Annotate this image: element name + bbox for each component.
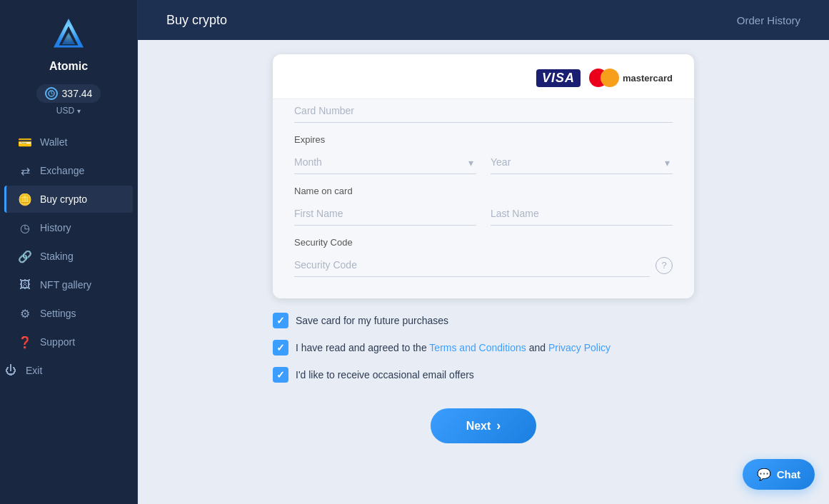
name-on-card-section: Name on card [294,186,673,226]
balance-icon [45,87,58,100]
email-offers-checkbox[interactable]: ✓ [273,367,288,383]
exit-icon: ⏻ [4,364,17,377]
mastercard-text: mastercard [623,73,673,84]
name-row [294,202,673,226]
security-code-input[interactable] [294,253,650,277]
support-icon: ❓ [19,336,31,348]
terms-checkbox[interactable]: ✓ [273,340,288,356]
year-select-wrapper: Year 2024 2025 2026 2027 2028 2029 2030 … [491,151,673,174]
currency-selector[interactable]: USD ▾ [56,106,81,116]
buy-crypto-icon: 🪙 [19,193,31,206]
email-offers-text: I'd like to receive occasional email off… [296,369,474,380]
card-number-input[interactable] [294,99,673,123]
chat-button[interactable]: 💬 Chat [743,459,815,490]
card-form-container: VISA mastercard Expires [273,54,694,298]
card-form-body: Expires Month 01 02 03 04 05 06 0 [273,99,694,298]
checkmark-icon: ✓ [276,315,285,326]
sidebar-item-label: Support [40,336,75,348]
security-help-icon[interactable]: ? [655,257,673,274]
card-form-header: VISA mastercard [273,54,694,99]
sidebar-item-support[interactable]: ❓ Support [4,328,133,356]
exchange-icon: ⇄ [19,164,31,177]
content-area: VISA mastercard Expires [138,40,829,504]
sidebar-item-label: Settings [40,308,76,319]
expires-row: Month 01 02 03 04 05 06 07 08 09 10 [294,151,673,174]
last-name-field [491,202,673,226]
next-button-label: Next [466,420,491,433]
month-select[interactable]: Month 01 02 03 04 05 06 07 08 09 10 [294,151,476,174]
security-input-row: ? [294,253,673,277]
email-offers-row: ✓ I'd like to receive occasional email o… [273,367,694,383]
sidebar-item-label: Exchange [40,165,84,176]
nft-icon: 🖼 [19,278,31,291]
last-name-input[interactable] [491,202,673,226]
sidebar-item-label: NFT gallery [40,279,91,291]
sidebar-nav: 💳 Wallet ⇄ Exchange 🪙 Buy crypto ◷ Histo… [0,128,137,497]
sidebar-item-label: Staking [40,251,74,262]
first-name-input[interactable] [294,202,476,226]
logo-container: Atomic [47,14,90,73]
sidebar-item-label: Buy crypto [40,193,87,205]
sidebar-item-label: Wallet [40,136,67,148]
save-card-row: ✓ Save card for my future purchases [273,313,694,328]
wallet-icon: 💳 [19,136,31,148]
app-name: Atomic [49,60,88,73]
next-button[interactable]: Next › [431,408,537,443]
checkmark-icon: ✓ [276,369,285,380]
main-content: Buy crypto Order History VISA mastercard [138,0,829,504]
sidebar-item-settings[interactable]: ⚙ Settings [4,300,133,327]
bottom-section: ✓ Save card for my future purchases ✓ I … [273,313,694,472]
history-icon: ◷ [19,221,31,234]
save-card-checkbox[interactable]: ✓ [273,313,288,328]
sidebar-item-buy-crypto[interactable]: 🪙 Buy crypto [4,186,133,213]
card-number-field [294,99,673,123]
app-logo [47,14,90,57]
top-bar: Buy crypto Order History [138,0,829,40]
chat-button-label: Chat [777,468,800,480]
sidebar-item-history[interactable]: ◷ History [4,214,133,241]
sidebar-item-staking[interactable]: 🔗 Staking [4,243,133,270]
year-select[interactable]: Year 2024 2025 2026 2027 2028 2029 2030 [491,151,673,174]
sidebar-item-nft-gallery[interactable]: 🖼 NFT gallery [4,271,133,298]
save-card-text: Save card for my future purchases [296,315,448,326]
first-name-field [294,202,476,226]
sidebar-item-label: History [40,222,71,233]
expires-section: Expires Month 01 02 03 04 05 06 0 [294,134,673,174]
mastercard-circle-orange [601,69,619,87]
mastercard-logo: mastercard [589,69,673,87]
visa-logo: VISA [536,69,581,87]
sidebar-item-exchange[interactable]: ⇄ Exchange [4,157,133,184]
sidebar-item-exit[interactable]: ⏻ Exit [4,357,141,384]
security-code-section: Security Code ? [294,237,673,277]
month-select-wrapper: Month 01 02 03 04 05 06 07 08 09 10 [294,151,476,174]
balance-display[interactable]: 337.44 [36,84,101,103]
chat-icon: 💬 [757,468,771,481]
terms-text: I have read and agreed to the Terms and … [296,342,611,353]
staking-icon: 🔗 [19,250,31,263]
privacy-policy-link[interactable]: Privacy Policy [548,342,611,353]
balance-amount: 337.44 [62,88,93,99]
chevron-down-icon: ▾ [77,107,81,115]
name-on-card-label: Name on card [294,186,673,196]
terms-conditions-link[interactable]: Terms and Conditions [429,342,526,353]
page-title: Buy crypto [166,13,227,28]
next-arrow-icon: › [496,418,501,433]
security-code-label: Security Code [294,237,673,248]
checkmark-icon: ✓ [276,342,285,353]
sidebar: Atomic 337.44 USD ▾ 💳 Wallet ⇄ Exchange … [0,0,138,504]
expires-label: Expires [294,134,673,145]
terms-row: ✓ I have read and agreed to the Terms an… [273,340,694,356]
sidebar-item-label: Exit [26,365,42,376]
order-history-link[interactable]: Order History [737,14,800,26]
settings-icon: ⚙ [19,307,31,320]
sidebar-item-wallet[interactable]: 💳 Wallet [4,128,133,156]
